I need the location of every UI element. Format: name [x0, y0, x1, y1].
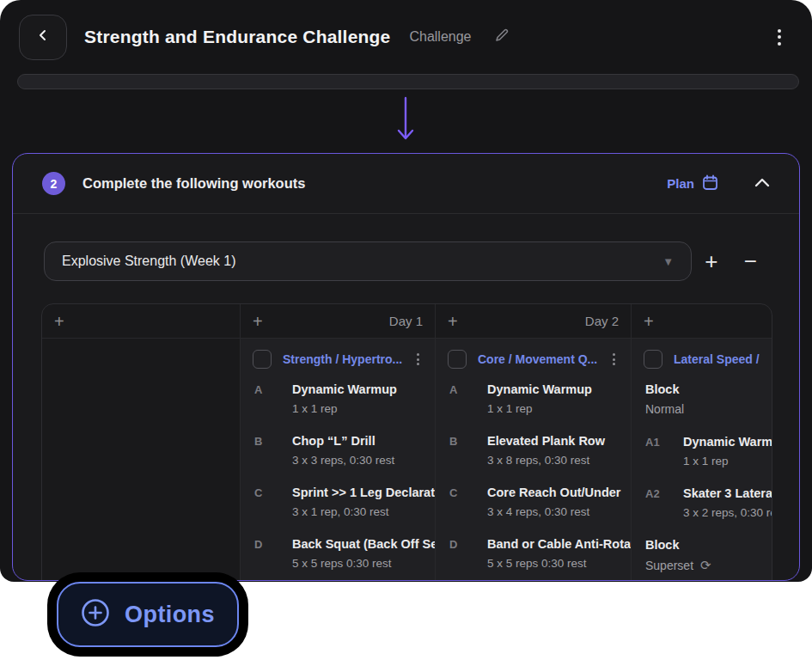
edit-title-button[interactable]	[494, 28, 510, 46]
options-button-highlight-ring: Options	[47, 572, 248, 657]
week-select-value: Explosive Strength (Week 1)	[62, 254, 235, 269]
workout-checkbox[interactable]	[253, 350, 272, 369]
exercise-row[interactable]: D Band or Cable Anti-Rotati... 5 x 5 rep…	[449, 537, 624, 570]
remove-week-button[interactable]: −	[731, 241, 771, 281]
superset-cycle-icon: ⟳	[700, 558, 711, 573]
step-header: 2 Complete the following workouts Plan	[13, 154, 799, 214]
day-label: Day 2	[585, 314, 619, 328]
workout-menu-button[interactable]	[413, 350, 423, 369]
grid-header-day2: + Day 2	[436, 304, 632, 339]
workout-title[interactable]: Strength / Hypertro...	[283, 352, 408, 366]
options-button[interactable]: Options	[57, 582, 239, 647]
add-workout-icon[interactable]: +	[54, 313, 64, 330]
step-title: Complete the following workouts	[82, 175, 305, 192]
day-label: Day 1	[389, 314, 423, 328]
plus-circle-icon	[81, 598, 110, 631]
exercise-row[interactable]: D Back Squat (Back Off Set) 5 x 5 reps 0…	[254, 537, 428, 570]
exercise-row[interactable]: A Dynamic Warmup 1 x 1 rep	[254, 382, 428, 415]
chevron-left-icon	[36, 28, 50, 46]
exercise-list: A Dynamic Warmup 1 x 1 rep B Elevated Pl…	[436, 370, 631, 570]
workout-title[interactable]: Core / Movement Q...	[478, 352, 604, 366]
page-title: Strength and Endurance Challenge	[84, 27, 390, 47]
grid-column-day3: Lateral Speed / Ply Block Normal A1 Dyna…	[632, 339, 772, 581]
exercise-row[interactable]: C Core Reach Out/Under 3 x 4 reps, 0:30 …	[449, 486, 624, 518]
page-type-label: Challenge	[409, 29, 471, 45]
exercise-row[interactable]: A2 Skater 3 Lateral Ho 3 x 2 reps, 0:30 …	[645, 486, 765, 519]
step-number-badge: 2	[42, 172, 65, 195]
exercise-row[interactable]: C Sprint >> 1 Leg Declarations 3 x 1 rep…	[254, 486, 428, 518]
more-menu-button[interactable]	[772, 24, 786, 51]
exercise-row[interactable]: A1 Dynamic Warmup 1 x 1 rep	[645, 435, 765, 468]
back-button[interactable]	[19, 15, 67, 60]
block-row: Block Normal	[645, 382, 765, 416]
step-card: 2 Complete the following workouts Plan E…	[12, 153, 800, 581]
workout-header: Lateral Speed / Ply	[632, 339, 772, 370]
plan-button[interactable]: Plan	[667, 174, 718, 193]
workout-menu-button[interactable]	[609, 350, 619, 369]
exercise-list: Block Normal A1 Dynamic Warmup 1 x 1 rep…	[632, 370, 772, 573]
exercise-row[interactable]: A Dynamic Warmup 1 x 1 rep	[449, 382, 624, 415]
calendar-icon	[702, 174, 718, 193]
add-workout-icon[interactable]: +	[253, 313, 263, 330]
week-selector-row: Explosive Strength (Week 1) ▼ + −	[44, 241, 770, 281]
grid-column-day1: Strength / Hypertro... A Dynamic Warmup …	[241, 339, 436, 581]
workout-title[interactable]: Lateral Speed / Ply	[674, 352, 760, 366]
collapsed-step-card[interactable]	[17, 74, 799, 89]
add-week-button[interactable]: +	[692, 241, 731, 281]
options-button-label: Options	[125, 602, 215, 628]
workout-header: Core / Movement Q...	[436, 339, 631, 370]
grid-header-rest: +	[42, 304, 241, 339]
app-window: Strength and Endurance Challenge Challen…	[0, 0, 812, 582]
workout-checkbox[interactable]	[644, 350, 662, 369]
grid-column-day2: Core / Movement Q... A Dynamic Warmup 1 …	[436, 339, 632, 581]
workout-grid: + + Day 1 + Day 2 + Strength / Hypertro.…	[41, 303, 772, 581]
chevron-down-icon: ▼	[662, 255, 674, 268]
add-workout-icon[interactable]: +	[448, 313, 458, 330]
block-row: Block Superset ⟳	[645, 538, 765, 573]
exercise-list: A Dynamic Warmup 1 x 1 rep B Chop “L” Dr…	[241, 370, 435, 570]
flow-down-arrow-icon	[394, 95, 418, 148]
exercise-row[interactable]: B Chop “L” Drill 3 x 3 reps, 0:30 rest	[254, 434, 428, 467]
workout-checkbox[interactable]	[448, 350, 467, 369]
week-select[interactable]: Explosive Strength (Week 1) ▼	[44, 241, 692, 281]
grid-header-day1: + Day 1	[241, 304, 436, 339]
plan-label: Plan	[667, 176, 694, 191]
workout-header: Strength / Hypertro...	[241, 339, 435, 370]
chevron-up-icon	[754, 176, 770, 192]
exercise-row[interactable]: B Elevated Plank Row 3 x 8 reps, 0:30 re…	[449, 434, 624, 467]
pencil-icon	[494, 28, 510, 46]
kebab-icon	[778, 29, 781, 33]
grid-header-day3: +	[632, 304, 772, 339]
top-bar: Strength and Endurance Challenge Challen…	[0, 0, 812, 74]
add-workout-icon[interactable]: +	[644, 313, 654, 330]
grid-column-rest	[42, 339, 241, 581]
collapse-section-button[interactable]	[754, 176, 770, 192]
